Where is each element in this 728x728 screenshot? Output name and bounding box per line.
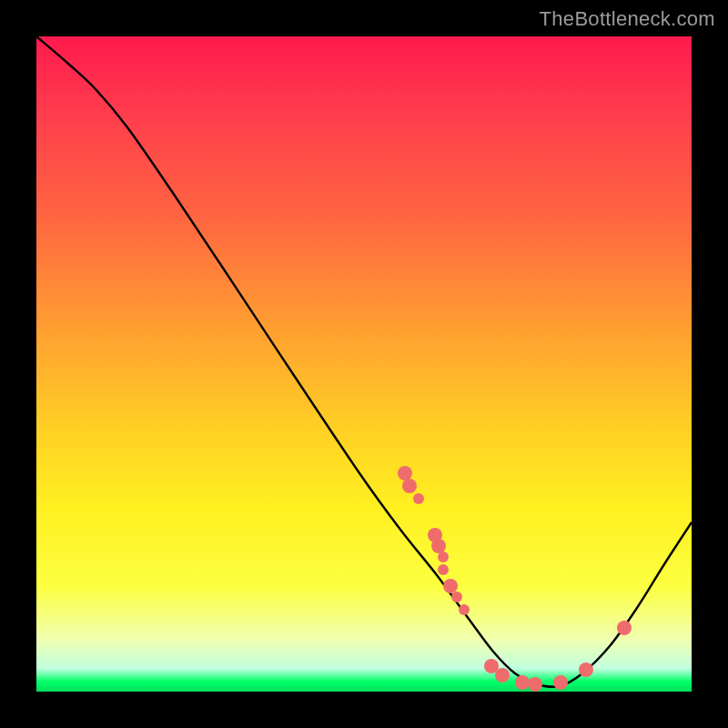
datapoint-dot — [443, 579, 458, 593]
datapoint-dot — [438, 551, 449, 562]
datapoint-dot — [431, 539, 446, 553]
chart-svg — [36, 36, 692, 692]
datapoint-dot — [459, 604, 470, 615]
datapoint-dot — [515, 675, 530, 690]
watermark-label: TheBottleneck.com — [540, 7, 715, 31]
datapoint-dot — [398, 466, 412, 480]
datapoint-dot — [579, 662, 593, 677]
datapoint-dot — [495, 668, 510, 682]
datapoint-dot — [438, 564, 449, 575]
datapoint-dot — [553, 675, 568, 690]
bottleneck-curve — [36, 36, 692, 687]
datapoint-dot — [528, 677, 542, 692]
datapoint-group — [398, 466, 632, 692]
datapoint-dot — [413, 493, 424, 504]
chart-stage: TheBottleneck.com — [0, 0, 728, 728]
datapoint-dot — [402, 479, 417, 493]
datapoint-dot — [451, 592, 462, 602]
datapoint-dot — [617, 621, 632, 635]
